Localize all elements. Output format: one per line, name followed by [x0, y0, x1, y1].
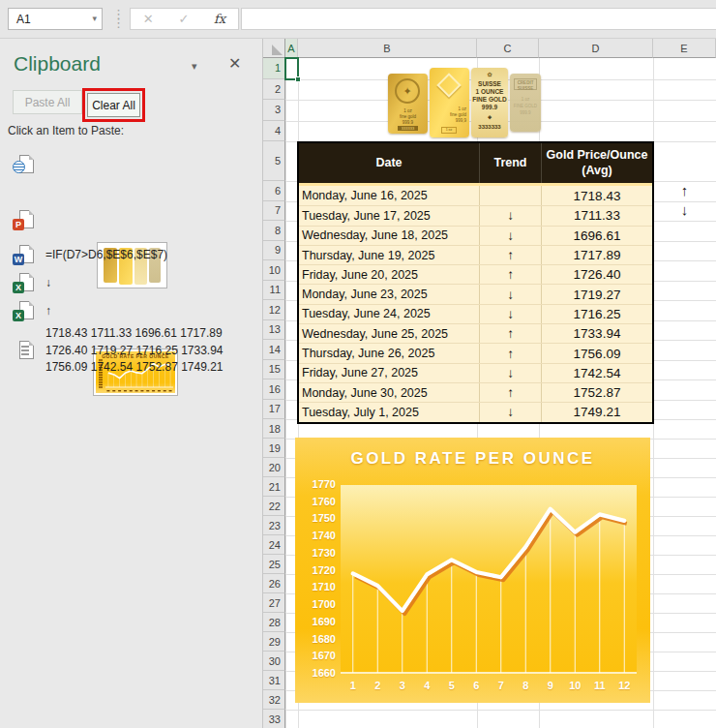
row-header-11[interactable]: 11 — [263, 281, 285, 301]
table-cell-trend[interactable]: ↓ — [479, 305, 541, 323]
row-header-26[interactable]: 26 — [263, 574, 285, 593]
row-header-24[interactable]: 24 — [263, 535, 285, 555]
table-cell-price[interactable]: 1752.87 — [541, 383, 652, 402]
row-header-2[interactable]: 2 — [263, 79, 285, 101]
paste-all-button[interactable]: Paste All — [13, 90, 82, 114]
table-cell-date[interactable]: Thursday, June 19, 2025 — [299, 246, 479, 264]
row-header-17[interactable]: 17 — [263, 400, 285, 420]
row-header-20[interactable]: 20 — [263, 458, 285, 477]
clipboard-item-down-arrow[interactable]: X ↓ — [0, 273, 263, 296]
pane-dropdown-icon[interactable]: ▾ — [192, 60, 197, 73]
table-cell-price[interactable]: 1719.27 — [541, 285, 652, 303]
table-cell-date[interactable]: Friday, June 27, 2025 — [299, 364, 479, 382]
column-header-D[interactable]: D — [539, 39, 653, 58]
row-header-12[interactable]: 12 — [263, 300, 285, 320]
cell-e7-down-arrow[interactable]: ↓ — [653, 201, 716, 218]
table-cell-price[interactable]: 1749.21 — [541, 403, 652, 421]
clipboard-item-formula[interactable]: W =IF(D7>D6,$E$6,$E$7) — [0, 245, 263, 268]
clipboard-item-numbers[interactable]: 1718.43 1711.33 1696.61 1717.89 1726.40 … — [0, 325, 263, 379]
column-header-B[interactable]: B — [298, 39, 477, 58]
gold-bars-image[interactable]: ✦ 1 oz fine gold 999.9 333333 1 oz fine … — [388, 68, 541, 137]
table-cell-price[interactable]: 1716.25 — [541, 305, 652, 323]
table-cell-date[interactable]: Thursday, June 26, 2025 — [299, 344, 479, 362]
row-header-3[interactable]: 3 — [263, 100, 285, 121]
table-cell-date[interactable]: Tuesday, June 24, 2025 — [299, 305, 479, 323]
table-cell-trend[interactable]: ↑ — [479, 324, 541, 343]
column-header-A[interactable]: A — [285, 39, 298, 58]
row-header-22[interactable]: 22 — [263, 497, 285, 516]
table-cell-date[interactable]: Wednesday, June 18, 2025 — [299, 227, 479, 245]
row-header-28[interactable]: 28 — [263, 613, 285, 632]
row-header-32[interactable]: 32 — [263, 690, 285, 710]
table-cell-trend[interactable]: ↑ — [479, 383, 541, 402]
name-box-dropdown-icon[interactable]: ▾ — [92, 14, 97, 23]
cancel-icon[interactable]: ✕ — [143, 12, 154, 26]
row-header-23[interactable]: 23 — [263, 516, 285, 535]
table-cell-trend[interactable]: ↑ — [479, 265, 541, 284]
gold-rate-chart[interactable]: GOLD RATE PER OUNCE 17701760175017401730… — [295, 438, 650, 703]
selected-cell-a1[interactable] — [284, 57, 299, 80]
table-cell-price[interactable]: 1733.94 — [541, 324, 652, 343]
pane-close-icon[interactable]: ✕ — [228, 54, 241, 73]
row-header-8[interactable]: 8 — [263, 221, 285, 241]
enter-icon[interactable]: ✓ — [178, 12, 189, 26]
insert-function-icon[interactable]: fx — [214, 12, 225, 26]
row-header-31[interactable]: 31 — [263, 671, 285, 690]
row-header-13[interactable]: 13 — [263, 320, 285, 341]
row-header-6[interactable]: 6 — [263, 181, 285, 201]
table-cell-price[interactable]: 1711.33 — [541, 206, 652, 225]
row-header-25[interactable]: 25 — [263, 555, 285, 574]
table-cell-date[interactable]: Monday, June 23, 2025 — [299, 285, 479, 303]
formula-bar-input[interactable] — [241, 8, 716, 30]
row-header-30[interactable]: 30 — [263, 652, 285, 671]
clear-all-button[interactable]: Clear All — [87, 93, 140, 117]
row-header-10[interactable]: 10 — [263, 260, 285, 281]
table-cell-trend[interactable]: ↓ — [479, 285, 541, 303]
cell-name-box[interactable]: A1 ▾ — [8, 8, 103, 30]
row-header-29[interactable]: 29 — [263, 632, 285, 652]
row-header-15[interactable]: 15 — [263, 360, 285, 380]
table-cell-trend[interactable]: ↓ — [479, 206, 541, 225]
cell-e6-up-arrow[interactable]: ↑ — [653, 182, 716, 198]
table-header-trend[interactable]: Trend — [479, 143, 541, 183]
row-header-18[interactable]: 18 — [263, 419, 285, 439]
table-cell-price[interactable]: 1756.09 — [541, 344, 652, 362]
row-header-4[interactable]: 4 — [263, 121, 285, 142]
table-cell-trend[interactable]: ↓ — [479, 403, 541, 421]
clipboard-item-powerpoint-chart[interactable]: P GOLD RATE PER OUNCE — [0, 194, 263, 242]
clipboard-item-web-image[interactable] — [0, 140, 263, 192]
row-header-27[interactable]: 27 — [263, 593, 285, 613]
select-all-corner[interactable] — [263, 39, 285, 58]
table-cell-trend[interactable] — [479, 186, 541, 205]
table-cell-trend[interactable]: ↑ — [479, 246, 541, 264]
column-header-E[interactable]: E — [653, 39, 716, 58]
table-cell-date[interactable]: Monday, June 30, 2025 — [299, 383, 479, 402]
row-header-7[interactable]: 7 — [263, 201, 285, 222]
table-cell-price[interactable]: 1718.43 — [541, 186, 652, 205]
table-cell-date[interactable]: Wednesday, June 25, 2025 — [299, 324, 479, 343]
table-cell-price[interactable]: 1742.54 — [541, 364, 652, 382]
row-header-16[interactable]: 16 — [263, 379, 285, 400]
row-header-19[interactable]: 19 — [263, 439, 285, 458]
row-header-21[interactable]: 21 — [263, 477, 285, 497]
table-cell-price[interactable]: 1696.61 — [541, 227, 652, 245]
fill-handle[interactable] — [295, 76, 301, 82]
table-cell-date[interactable]: Tuesday, July 1, 2025 — [299, 403, 479, 421]
row-header-9[interactable]: 9 — [263, 241, 285, 261]
row-header-5[interactable]: 5 — [263, 141, 285, 181]
table-cell-price[interactable]: 1717.89 — [541, 246, 652, 264]
column-header-C[interactable]: C — [477, 39, 539, 58]
table-cell-price[interactable]: 1726.40 — [541, 265, 652, 284]
table-header-price[interactable]: Gold Price/Ounce (Avg) — [541, 143, 652, 183]
table-cell-date[interactable]: Monday, June 16, 2025 — [299, 186, 479, 205]
row-header-1[interactable]: 1 — [263, 58, 285, 79]
table-cell-date[interactable]: Tuesday, June 17, 2025 — [299, 206, 479, 225]
row-header-33[interactable]: 33 — [263, 710, 285, 728]
table-header-date[interactable]: Date — [299, 143, 479, 183]
table-cell-trend[interactable]: ↓ — [479, 227, 541, 245]
table-cell-trend[interactable]: ↑ — [479, 344, 541, 362]
table-cell-date[interactable]: Friday, June 20, 2025 — [299, 265, 479, 284]
row-header-14[interactable]: 14 — [263, 340, 285, 360]
table-cell-trend[interactable]: ↓ — [479, 364, 541, 382]
clipboard-item-up-arrow[interactable]: X ↑ — [0, 301, 263, 324]
